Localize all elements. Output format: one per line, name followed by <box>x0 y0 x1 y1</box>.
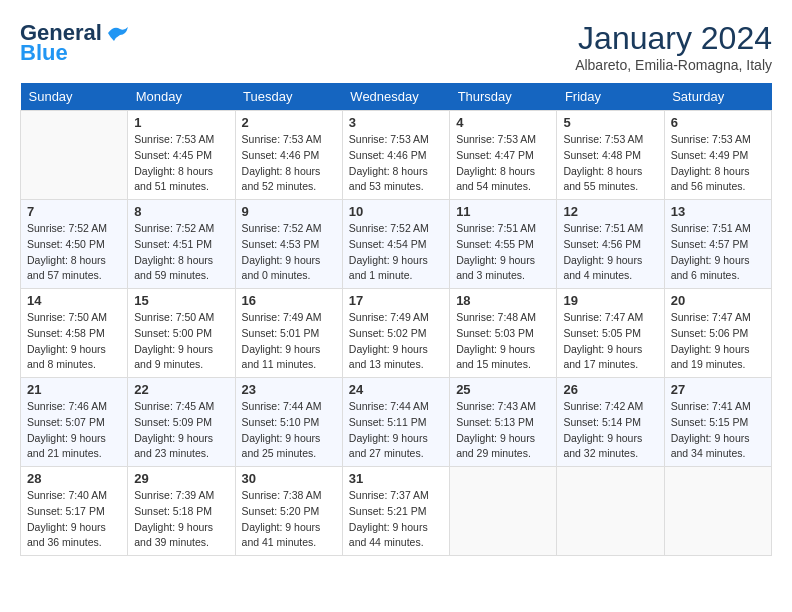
day-number: 8 <box>134 204 228 219</box>
cell-details: Sunrise: 7:53 AMSunset: 4:45 PMDaylight:… <box>134 132 228 195</box>
logo-blue: Blue <box>20 40 68 66</box>
cell-details: Sunrise: 7:44 AMSunset: 5:10 PMDaylight:… <box>242 399 336 462</box>
calendar-cell: 29Sunrise: 7:39 AMSunset: 5:18 PMDayligh… <box>128 467 235 556</box>
cell-details: Sunrise: 7:53 AMSunset: 4:47 PMDaylight:… <box>456 132 550 195</box>
cell-details: Sunrise: 7:53 AMSunset: 4:46 PMDaylight:… <box>242 132 336 195</box>
calendar-cell: 26Sunrise: 7:42 AMSunset: 5:14 PMDayligh… <box>557 378 664 467</box>
day-number: 5 <box>563 115 657 130</box>
cell-details: Sunrise: 7:44 AMSunset: 5:11 PMDaylight:… <box>349 399 443 462</box>
calendar-week-row: 21Sunrise: 7:46 AMSunset: 5:07 PMDayligh… <box>21 378 772 467</box>
calendar-cell <box>664 467 771 556</box>
cell-details: Sunrise: 7:52 AMSunset: 4:53 PMDaylight:… <box>242 221 336 284</box>
weekday-header: Sunday <box>21 83 128 111</box>
day-number: 23 <box>242 382 336 397</box>
day-number: 9 <box>242 204 336 219</box>
day-number: 1 <box>134 115 228 130</box>
day-number: 18 <box>456 293 550 308</box>
weekday-header: Saturday <box>664 83 771 111</box>
calendar-cell: 21Sunrise: 7:46 AMSunset: 5:07 PMDayligh… <box>21 378 128 467</box>
calendar-cell: 2Sunrise: 7:53 AMSunset: 4:46 PMDaylight… <box>235 111 342 200</box>
logo: General Blue <box>20 20 128 66</box>
title-section: January 2024 Albareto, Emilia-Romagna, I… <box>575 20 772 73</box>
calendar-cell: 5Sunrise: 7:53 AMSunset: 4:48 PMDaylight… <box>557 111 664 200</box>
day-number: 2 <box>242 115 336 130</box>
calendar-cell: 13Sunrise: 7:51 AMSunset: 4:57 PMDayligh… <box>664 200 771 289</box>
calendar-cell: 4Sunrise: 7:53 AMSunset: 4:47 PMDaylight… <box>450 111 557 200</box>
logo-bird-icon <box>106 25 128 41</box>
calendar-cell: 3Sunrise: 7:53 AMSunset: 4:46 PMDaylight… <box>342 111 449 200</box>
calendar-cell: 31Sunrise: 7:37 AMSunset: 5:21 PMDayligh… <box>342 467 449 556</box>
cell-details: Sunrise: 7:49 AMSunset: 5:02 PMDaylight:… <box>349 310 443 373</box>
day-number: 12 <box>563 204 657 219</box>
cell-details: Sunrise: 7:39 AMSunset: 5:18 PMDaylight:… <box>134 488 228 551</box>
day-number: 24 <box>349 382 443 397</box>
calendar-cell: 9Sunrise: 7:52 AMSunset: 4:53 PMDaylight… <box>235 200 342 289</box>
cell-details: Sunrise: 7:45 AMSunset: 5:09 PMDaylight:… <box>134 399 228 462</box>
day-number: 6 <box>671 115 765 130</box>
weekday-header: Monday <box>128 83 235 111</box>
day-number: 13 <box>671 204 765 219</box>
cell-details: Sunrise: 7:42 AMSunset: 5:14 PMDaylight:… <box>563 399 657 462</box>
day-number: 17 <box>349 293 443 308</box>
calendar-cell: 1Sunrise: 7:53 AMSunset: 4:45 PMDaylight… <box>128 111 235 200</box>
calendar-cell: 17Sunrise: 7:49 AMSunset: 5:02 PMDayligh… <box>342 289 449 378</box>
day-number: 21 <box>27 382 121 397</box>
calendar-week-row: 28Sunrise: 7:40 AMSunset: 5:17 PMDayligh… <box>21 467 772 556</box>
cell-details: Sunrise: 7:37 AMSunset: 5:21 PMDaylight:… <box>349 488 443 551</box>
calendar-cell: 11Sunrise: 7:51 AMSunset: 4:55 PMDayligh… <box>450 200 557 289</box>
calendar-cell: 8Sunrise: 7:52 AMSunset: 4:51 PMDaylight… <box>128 200 235 289</box>
day-number: 27 <box>671 382 765 397</box>
calendar-cell: 20Sunrise: 7:47 AMSunset: 5:06 PMDayligh… <box>664 289 771 378</box>
cell-details: Sunrise: 7:48 AMSunset: 5:03 PMDaylight:… <box>456 310 550 373</box>
calendar-cell: 16Sunrise: 7:49 AMSunset: 5:01 PMDayligh… <box>235 289 342 378</box>
weekday-header: Wednesday <box>342 83 449 111</box>
calendar-cell: 7Sunrise: 7:52 AMSunset: 4:50 PMDaylight… <box>21 200 128 289</box>
calendar-cell: 15Sunrise: 7:50 AMSunset: 5:00 PMDayligh… <box>128 289 235 378</box>
cell-details: Sunrise: 7:52 AMSunset: 4:50 PMDaylight:… <box>27 221 121 284</box>
cell-details: Sunrise: 7:47 AMSunset: 5:05 PMDaylight:… <box>563 310 657 373</box>
cell-details: Sunrise: 7:38 AMSunset: 5:20 PMDaylight:… <box>242 488 336 551</box>
calendar-cell: 28Sunrise: 7:40 AMSunset: 5:17 PMDayligh… <box>21 467 128 556</box>
calendar-cell: 24Sunrise: 7:44 AMSunset: 5:11 PMDayligh… <box>342 378 449 467</box>
calendar-cell <box>557 467 664 556</box>
cell-details: Sunrise: 7:51 AMSunset: 4:55 PMDaylight:… <box>456 221 550 284</box>
cell-details: Sunrise: 7:52 AMSunset: 4:51 PMDaylight:… <box>134 221 228 284</box>
calendar-week-row: 1Sunrise: 7:53 AMSunset: 4:45 PMDaylight… <box>21 111 772 200</box>
calendar-cell: 30Sunrise: 7:38 AMSunset: 5:20 PMDayligh… <box>235 467 342 556</box>
cell-details: Sunrise: 7:51 AMSunset: 4:57 PMDaylight:… <box>671 221 765 284</box>
calendar-cell: 23Sunrise: 7:44 AMSunset: 5:10 PMDayligh… <box>235 378 342 467</box>
calendar-cell: 25Sunrise: 7:43 AMSunset: 5:13 PMDayligh… <box>450 378 557 467</box>
day-number: 29 <box>134 471 228 486</box>
weekday-header: Tuesday <box>235 83 342 111</box>
weekday-header: Friday <box>557 83 664 111</box>
day-number: 30 <box>242 471 336 486</box>
cell-details: Sunrise: 7:52 AMSunset: 4:54 PMDaylight:… <box>349 221 443 284</box>
cell-details: Sunrise: 7:53 AMSunset: 4:48 PMDaylight:… <box>563 132 657 195</box>
calendar-cell: 12Sunrise: 7:51 AMSunset: 4:56 PMDayligh… <box>557 200 664 289</box>
day-number: 20 <box>671 293 765 308</box>
day-number: 25 <box>456 382 550 397</box>
cell-details: Sunrise: 7:50 AMSunset: 5:00 PMDaylight:… <box>134 310 228 373</box>
day-number: 31 <box>349 471 443 486</box>
calendar-table: SundayMondayTuesdayWednesdayThursdayFrid… <box>20 83 772 556</box>
calendar-week-row: 7Sunrise: 7:52 AMSunset: 4:50 PMDaylight… <box>21 200 772 289</box>
day-number: 28 <box>27 471 121 486</box>
day-number: 11 <box>456 204 550 219</box>
day-number: 26 <box>563 382 657 397</box>
cell-details: Sunrise: 7:50 AMSunset: 4:58 PMDaylight:… <box>27 310 121 373</box>
weekday-header: Thursday <box>450 83 557 111</box>
calendar-cell: 22Sunrise: 7:45 AMSunset: 5:09 PMDayligh… <box>128 378 235 467</box>
day-number: 3 <box>349 115 443 130</box>
cell-details: Sunrise: 7:41 AMSunset: 5:15 PMDaylight:… <box>671 399 765 462</box>
calendar-cell: 10Sunrise: 7:52 AMSunset: 4:54 PMDayligh… <box>342 200 449 289</box>
calendar-cell <box>21 111 128 200</box>
calendar-cell: 18Sunrise: 7:48 AMSunset: 5:03 PMDayligh… <box>450 289 557 378</box>
day-number: 7 <box>27 204 121 219</box>
page-header: General Blue January 2024 Albareto, Emil… <box>20 20 772 73</box>
calendar-week-row: 14Sunrise: 7:50 AMSunset: 4:58 PMDayligh… <box>21 289 772 378</box>
day-number: 19 <box>563 293 657 308</box>
calendar-cell: 14Sunrise: 7:50 AMSunset: 4:58 PMDayligh… <box>21 289 128 378</box>
cell-details: Sunrise: 7:46 AMSunset: 5:07 PMDaylight:… <box>27 399 121 462</box>
cell-details: Sunrise: 7:43 AMSunset: 5:13 PMDaylight:… <box>456 399 550 462</box>
cell-details: Sunrise: 7:49 AMSunset: 5:01 PMDaylight:… <box>242 310 336 373</box>
